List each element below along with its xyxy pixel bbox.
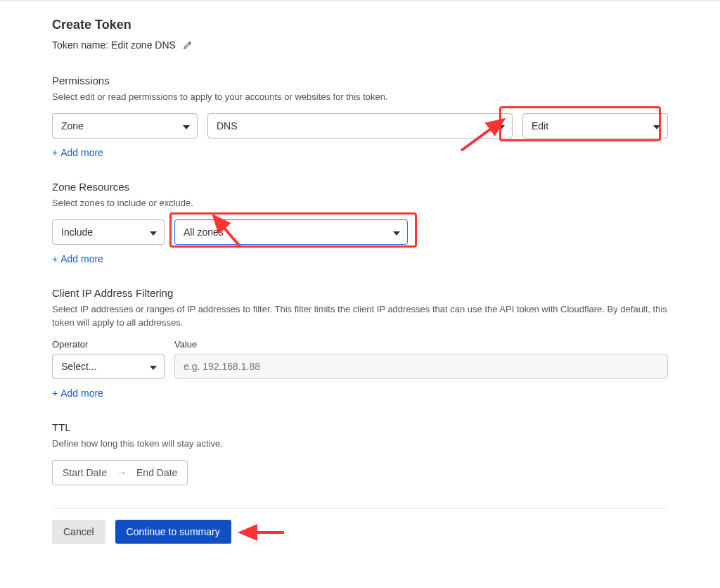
- ttl-date-range[interactable]: Start Date → End Date: [52, 460, 188, 485]
- add-more-label: Add more: [60, 147, 103, 158]
- chevron-down-icon: [150, 226, 157, 238]
- token-name-value: Edit zone DNS: [111, 39, 176, 51]
- ttl-section: TTL Define how long this token will stay…: [52, 421, 668, 485]
- permissions-heading: Permissions: [52, 75, 668, 87]
- ip-add-more[interactable]: + Add more: [52, 388, 103, 399]
- add-more-label: Add more: [60, 253, 103, 264]
- zone-selection-select[interactable]: All zones: [174, 219, 408, 245]
- footer-actions: Cancel Continue to summary: [52, 520, 668, 544]
- chevron-down-icon: [393, 226, 400, 238]
- ttl-subheading: Define how long this token will stay act…: [52, 437, 668, 450]
- permissions-section: Permissions Select edit or read permissi…: [52, 75, 668, 158]
- permissions-access-value: Edit: [532, 120, 548, 132]
- ttl-end-date: End Date: [136, 467, 177, 478]
- chevron-down-icon: [183, 120, 190, 132]
- zone-mode-value: Include: [61, 226, 93, 238]
- chevron-down-icon: [150, 361, 157, 372]
- permissions-resource-select[interactable]: DNS: [207, 113, 513, 139]
- ip-filter-row: Select...: [52, 354, 668, 379]
- edit-name-icon[interactable]: [183, 40, 193, 50]
- ip-filter-subheading: Select IP addresses or ranges of IP addr…: [52, 303, 668, 328]
- zone-mode-select[interactable]: Include: [52, 219, 165, 245]
- permissions-add-more[interactable]: + Add more: [52, 147, 103, 158]
- ip-filter-col-labels: Operator Value: [52, 339, 668, 350]
- add-more-label: Add more: [60, 388, 103, 399]
- cancel-button[interactable]: Cancel: [52, 520, 105, 544]
- zone-resources-row: Include All zones: [52, 219, 668, 245]
- value-col-label: Value: [174, 339, 197, 350]
- chevron-down-icon: [653, 120, 660, 132]
- permissions-access-select[interactable]: Edit: [522, 113, 668, 139]
- zone-resources-heading: Zone Resources: [52, 181, 668, 193]
- permissions-scope-value: Zone: [61, 120, 84, 132]
- token-name-row: Token name: Edit zone DNS: [52, 39, 668, 51]
- zone-add-more[interactable]: + Add more: [52, 253, 103, 264]
- zone-selection-value: All zones: [184, 226, 224, 238]
- plus-icon: +: [52, 253, 58, 264]
- plus-icon: +: [52, 147, 58, 158]
- permissions-resource-value: DNS: [217, 120, 238, 132]
- chevron-down-icon: [498, 120, 505, 132]
- zone-resources-section: Zone Resources Select zones to include o…: [52, 181, 668, 264]
- permissions-scope-select[interactable]: Zone: [52, 113, 198, 139]
- ip-operator-value: Select...: [61, 361, 97, 372]
- continue-button[interactable]: Continue to summary: [115, 520, 231, 544]
- permissions-subheading: Select edit or read permissions to apply…: [52, 91, 668, 103]
- permissions-row: Zone DNS Edit: [52, 113, 668, 139]
- plus-icon: +: [52, 388, 58, 399]
- operator-col-label: Operator: [52, 339, 165, 350]
- page-title: Create Token: [52, 18, 668, 32]
- ip-value-input[interactable]: [174, 354, 668, 379]
- footer-separator: [52, 508, 668, 509]
- ip-filter-section: Client IP Address Filtering Select IP ad…: [52, 287, 668, 398]
- arrow-right-icon: →: [117, 467, 127, 478]
- ttl-heading: TTL: [52, 421, 668, 433]
- zone-resources-subheading: Select zones to include or exclude.: [52, 197, 668, 210]
- ip-filter-heading: Client IP Address Filtering: [52, 287, 668, 299]
- ip-operator-select[interactable]: Select...: [52, 354, 165, 379]
- annotation-arrow-continue: [235, 524, 291, 543]
- token-name-text: Token name: Edit zone DNS: [52, 39, 176, 51]
- ttl-start-date: Start Date: [63, 467, 107, 478]
- token-name-label: Token name:: [52, 39, 108, 51]
